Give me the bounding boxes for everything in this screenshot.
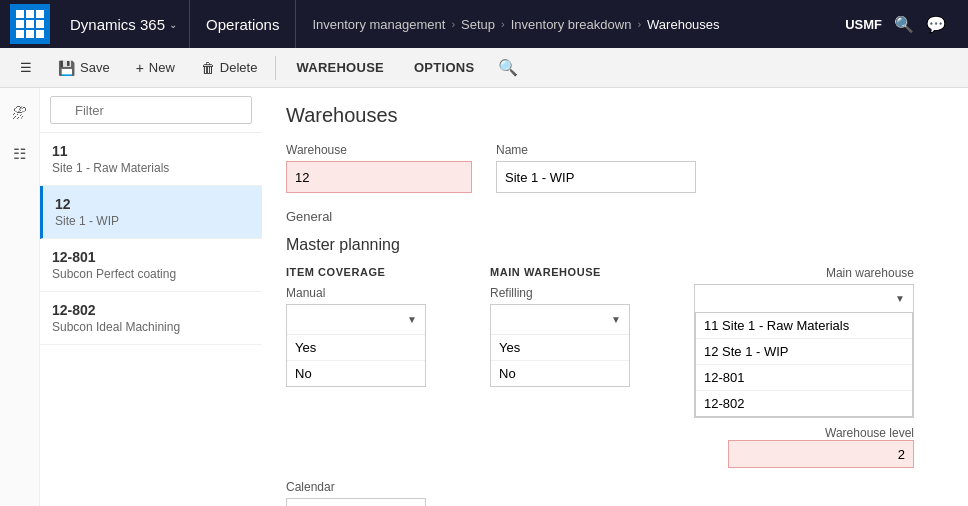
- hamburger-icon: ☰: [20, 60, 32, 75]
- list-item[interactable]: 12-802 Subcon Ideal Machining: [40, 292, 262, 345]
- refilling-option-no[interactable]: No: [491, 361, 629, 386]
- warehouse-option-1[interactable]: 12 Ste 1 - WIP: [696, 339, 912, 365]
- message-icon[interactable]: 💬: [926, 15, 946, 34]
- refilling-dropdown-header[interactable]: ▼: [491, 305, 629, 335]
- manual-chevron-icon: ▼: [407, 314, 417, 325]
- brand-chevron: ⌄: [169, 19, 177, 30]
- brand-text: Dynamics 365: [70, 16, 165, 33]
- master-planning-title: Master planning: [286, 236, 944, 254]
- delete-button[interactable]: 🗑 Delete: [189, 55, 270, 81]
- save-icon: 💾: [58, 60, 75, 76]
- main-warehouse-chevron-icon: ▼: [895, 293, 905, 304]
- main-warehouse-col-label: Main warehouse: [694, 266, 914, 280]
- main-warehouse-label: MAIN WAREHOUSE: [490, 266, 630, 278]
- new-button[interactable]: + New: [124, 55, 187, 81]
- item-name: Site 1 - WIP: [55, 214, 250, 228]
- item-name: Subcon Ideal Machining: [52, 320, 250, 334]
- nav-right: USMF 🔍 💬: [833, 15, 958, 34]
- sidebar-container: ⛈ ☷ 🔍 11 Site 1 - Raw Materials 12 Site …: [0, 88, 262, 506]
- sidebar-icons: ⛈ ☷: [0, 88, 40, 506]
- main-layout: ⛈ ☷ 🔍 11 Site 1 - Raw Materials 12 Site …: [0, 88, 968, 506]
- warehouse-options-list: 11 Site 1 - Raw Materials 12 Ste 1 - WIP…: [695, 313, 913, 417]
- warehouse-level-label: Warehouse level: [694, 426, 914, 440]
- warehouse-level-input[interactable]: [728, 440, 914, 468]
- item-id: 11: [52, 143, 250, 159]
- manual-option-yes[interactable]: Yes: [287, 335, 425, 361]
- filter-icon-btn[interactable]: ⛈: [8, 100, 31, 125]
- breadcrumb-item-1[interactable]: Setup: [461, 17, 495, 32]
- master-planning-section: Master planning ITEM COVERAGE Manual ▼ Y…: [286, 236, 944, 506]
- manual-label: Manual: [286, 286, 426, 300]
- tab-options[interactable]: OPTIONS: [400, 55, 488, 80]
- item-name: Subcon Perfect coating: [52, 267, 250, 281]
- list-icon-btn[interactable]: ☷: [9, 141, 30, 167]
- refilling-dropdown[interactable]: ▼ Yes No: [490, 304, 630, 387]
- warehouse-option-3[interactable]: 12-802: [696, 391, 912, 416]
- list-item[interactable]: 12-801 Subcon Perfect coating: [40, 239, 262, 292]
- calendar-group: Calendar ⌄: [286, 480, 426, 506]
- name-field-group: Name: [496, 143, 696, 193]
- calendar-label: Calendar: [286, 480, 426, 494]
- content-area: Warehouses Warehouse Name General Master…: [262, 88, 968, 506]
- company-label: USMF: [845, 17, 882, 32]
- warehouse-name-row: Warehouse Name: [286, 143, 944, 193]
- sidebar-filter-area: 🔍: [40, 88, 262, 133]
- sidebar-list: 11 Site 1 - Raw Materials 12 Site 1 - WI…: [40, 133, 262, 506]
- manual-dropdown[interactable]: ▼ Yes No: [286, 304, 426, 387]
- warehouse-label: Warehouse: [286, 143, 472, 157]
- breadcrumb: Inventory management › Setup › Inventory…: [296, 17, 833, 32]
- toolbar-separator: [275, 56, 276, 80]
- item-id: 12-802: [52, 302, 250, 318]
- page-title: Warehouses: [286, 104, 944, 127]
- filter-wrap: 🔍: [50, 96, 252, 124]
- item-coverage-col: ITEM COVERAGE Manual ▼ Yes No: [286, 266, 426, 387]
- warehouse-field-group: Warehouse: [286, 143, 472, 193]
- item-id: 12: [55, 196, 250, 212]
- manual-option-no[interactable]: No: [287, 361, 425, 386]
- breadcrumb-item-2[interactable]: Inventory breakdown: [511, 17, 632, 32]
- refilling-label: Refilling: [490, 286, 630, 300]
- warehouse-level-group: Warehouse level: [694, 426, 914, 468]
- calendar-row: Calendar ⌄: [286, 480, 944, 506]
- list-item[interactable]: 11 Site 1 - Raw Materials: [40, 133, 262, 186]
- top-navigation: Dynamics 365 ⌄ Operations Inventory mana…: [0, 0, 968, 48]
- toolbar-search-icon[interactable]: 🔍: [498, 58, 518, 77]
- calendar-select[interactable]: ⌄: [286, 498, 426, 506]
- main-warehouse-select-col: Main warehouse ▼ 11 Site 1 - Raw Materia…: [694, 266, 914, 468]
- main-warehouse-dropdown[interactable]: ▼ 11 Site 1 - Raw Materials 12 Ste 1 - W…: [694, 284, 914, 418]
- tab-warehouse[interactable]: WAREHOUSE: [282, 55, 398, 80]
- sidebar-main: 🔍 11 Site 1 - Raw Materials 12 Site 1 - …: [40, 88, 262, 506]
- refilling-option-yes[interactable]: Yes: [491, 335, 629, 361]
- nav-brand[interactable]: Dynamics 365 ⌄: [58, 0, 190, 48]
- main-warehouse-col: MAIN WAREHOUSE Refilling ▼ Yes No: [490, 266, 630, 387]
- refilling-options: Yes No: [491, 335, 629, 386]
- breadcrumb-item-3[interactable]: Warehouses: [647, 17, 720, 32]
- item-id: 12-801: [52, 249, 250, 265]
- warehouse-input[interactable]: [286, 161, 472, 193]
- name-label: Name: [496, 143, 696, 157]
- mp-layout: ITEM COVERAGE Manual ▼ Yes No: [286, 266, 944, 468]
- nav-module: Operations: [190, 0, 296, 48]
- breadcrumb-item-0[interactable]: Inventory management: [312, 17, 445, 32]
- filter-input[interactable]: [50, 96, 252, 124]
- main-warehouse-dropdown-header[interactable]: ▼: [695, 285, 913, 313]
- manual-dropdown-header[interactable]: ▼: [287, 305, 425, 335]
- new-icon: +: [136, 60, 144, 76]
- manual-options: Yes No: [287, 335, 425, 386]
- toolbar: ☰ 💾 Save + New 🗑 Delete WAREHOUSE OPTION…: [0, 48, 968, 88]
- delete-icon: 🗑: [201, 60, 215, 76]
- general-header: General: [286, 209, 944, 224]
- save-button[interactable]: 💾 Save: [46, 55, 122, 81]
- hamburger-button[interactable]: ☰: [8, 55, 44, 80]
- warehouse-option-2[interactable]: 12-801: [696, 365, 912, 391]
- refilling-chevron-icon: ▼: [611, 314, 621, 325]
- search-nav-icon[interactable]: 🔍: [894, 15, 914, 34]
- item-name: Site 1 - Raw Materials: [52, 161, 250, 175]
- item-coverage-label: ITEM COVERAGE: [286, 266, 426, 278]
- waffle-button[interactable]: [10, 4, 50, 44]
- warehouse-option-0[interactable]: 11 Site 1 - Raw Materials: [696, 313, 912, 339]
- list-item[interactable]: 12 Site 1 - WIP: [40, 186, 262, 239]
- name-input[interactable]: [496, 161, 696, 193]
